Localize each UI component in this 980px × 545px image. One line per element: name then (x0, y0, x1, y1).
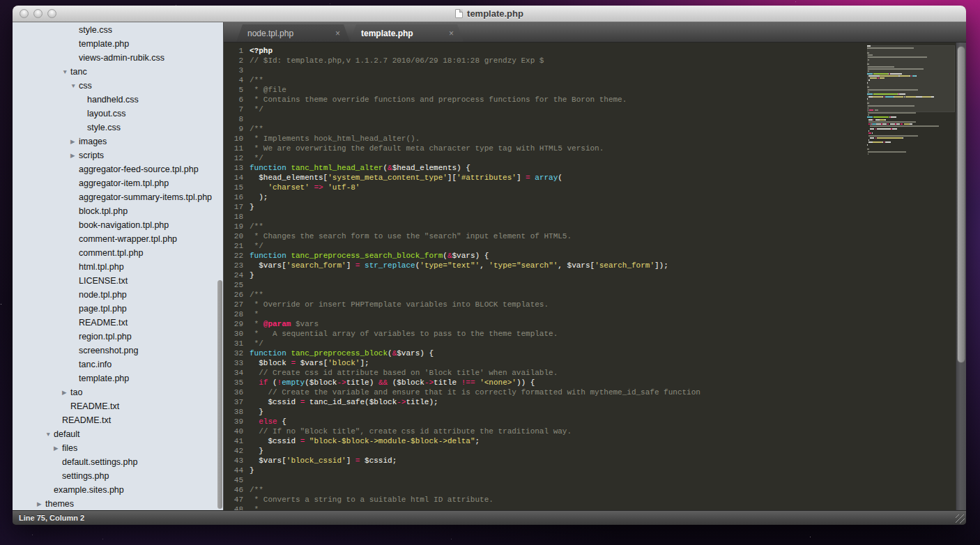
tree-item-settings.php[interactable]: settings.php (13, 469, 223, 483)
window-titlebar[interactable]: template.php (13, 6, 966, 22)
tree-item-html.tpl.php[interactable]: html.tpl.php (13, 260, 223, 274)
tree-item-block.tpl.php[interactable]: block.tpl.php (13, 204, 223, 218)
file-tree-sidebar[interactable]: style.csstemplate.phpviews-admin-rubik.c… (13, 22, 224, 510)
triangle-collapsed-icon[interactable]: ▶ (54, 445, 62, 452)
code-line[interactable]: 5 * @file (224, 85, 966, 95)
tree-item-comment-wrapper.tpl.php[interactable]: comment-wrapper.tpl.php (13, 232, 223, 246)
tree-item-aggregator-feed-source.tpl.php[interactable]: aggregator-feed-source.tpl.php (13, 162, 223, 176)
code-line[interactable]: 25 (224, 280, 966, 290)
code-line[interactable]: 39 else { (224, 417, 966, 427)
code-line[interactable]: 24} (224, 270, 966, 280)
code-line[interactable]: 9/** (224, 124, 966, 134)
tree-item-readme.txt[interactable]: README.txt (13, 413, 223, 427)
tree-item-views-admin-rubik.css[interactable]: views-admin-rubik.css (13, 51, 223, 65)
tree-item-license.txt[interactable]: LICENSE.txt (13, 274, 223, 288)
code-line[interactable]: 4/** (224, 75, 966, 85)
code-line[interactable]: 14 $head_elements['system_meta_content_t… (224, 173, 966, 183)
code-line[interactable]: 10 * Implements hook_html_head_alter(). (224, 134, 966, 144)
code-line[interactable]: 36 // Create the variable and ensure tha… (224, 387, 966, 397)
tree-item-comment.tpl.php[interactable]: comment.tpl.php (13, 246, 223, 260)
code-line[interactable]: 12 */ (224, 153, 966, 163)
code-line[interactable]: 31 */ (224, 339, 966, 348)
code-line[interactable]: 22function tanc_preprocess_search_block_… (224, 251, 966, 261)
code-line[interactable]: 38 } (224, 407, 966, 417)
resize-grip[interactable] (956, 514, 965, 523)
tab-close-icon[interactable]: × (446, 29, 457, 38)
code-line[interactable]: 20 * Changes the search form to use the … (224, 231, 966, 241)
code-line[interactable]: 40 // If no "Block title", create css id… (224, 427, 966, 436)
tree-item-aggregator-summary-items.tpl.php[interactable]: aggregator-summary-items.tpl.php (13, 190, 223, 204)
triangle-collapsed-icon[interactable]: ▶ (70, 152, 79, 159)
code-line[interactable]: 17} (224, 202, 966, 212)
code-line[interactable]: 33 $block = $vars['block']; (224, 358, 966, 368)
code-line[interactable]: 37 $cssid = tanc_id_safe($block->title); (224, 397, 966, 407)
tree-item-readme.txt[interactable]: README.txt (13, 399, 223, 413)
triangle-expanded-icon[interactable]: ▼ (62, 68, 70, 75)
tab-template.php[interactable]: template.php× (350, 24, 464, 42)
code-line[interactable]: 23 $vars['search_form'] = str_replace('t… (224, 261, 966, 270)
code-line[interactable]: 46/** (224, 485, 966, 495)
code-line[interactable]: 16 ); (224, 192, 966, 202)
tree-item-layout.css[interactable]: layout.css (13, 107, 223, 121)
code-line[interactable]: 48 * (224, 505, 966, 510)
code-line[interactable]: 28 * (224, 309, 966, 319)
code-line[interactable]: 1<?php (224, 46, 966, 56)
code-line[interactable]: 32function tanc_preprocess_block(&$vars)… (224, 348, 966, 358)
tree-item-scripts[interactable]: ▶scripts (13, 148, 223, 162)
tree-item-node.tpl.php[interactable]: node.tpl.php (13, 288, 223, 302)
code-line[interactable]: 3 (224, 66, 966, 75)
tree-item-page.tpl.php[interactable]: page.tpl.php (13, 302, 223, 316)
triangle-expanded-icon[interactable]: ▼ (45, 431, 54, 438)
tree-item-screenshot.png[interactable]: screenshot.png (13, 344, 223, 358)
code-line[interactable]: 35 if (!empty($block->title) && ($block-… (224, 378, 966, 387)
sidebar-scrollbar-thumb[interactable] (217, 280, 222, 509)
triangle-collapsed-icon[interactable]: ▶ (37, 500, 45, 507)
tab-close-icon[interactable]: × (332, 29, 343, 38)
tree-item-style.css[interactable]: style.css (13, 121, 223, 135)
code-line[interactable]: 8 (224, 114, 966, 124)
tree-item-themes[interactable]: ▶themes (13, 497, 223, 510)
code-line[interactable]: 15 'charset' => 'utf-8' (224, 183, 966, 192)
tree-item-default.settings.php[interactable]: default.settings.php (13, 455, 223, 469)
code-line[interactable]: 2// $Id: template.php,v 1.1.2.7 2010/06/… (224, 56, 966, 66)
code-line[interactable]: 29 * @param $vars (224, 319, 966, 329)
tree-item-book-navigation.tpl.php[interactable]: book-navigation.tpl.php (13, 218, 223, 232)
triangle-expanded-icon[interactable]: ▼ (70, 82, 79, 89)
code-line[interactable]: 27 * Override or insert PHPTemplate vari… (224, 300, 966, 309)
code-line[interactable]: 30 * A sequential array of variables to … (224, 329, 966, 339)
tab-node.tpl.php[interactable]: node.tpl.php× (236, 24, 350, 42)
tree-item-aggregator-item.tpl.php[interactable]: aggregator-item.tpl.php (13, 176, 223, 190)
code-line[interactable]: 34 // Create css id attribute based on '… (224, 368, 966, 378)
code-line[interactable]: 42 } (224, 446, 966, 456)
code-line[interactable]: 26/** (224, 290, 966, 300)
tree-item-example.sites.php[interactable]: example.sites.php (13, 483, 223, 497)
tree-item-tanc[interactable]: ▼tanc (13, 65, 223, 79)
code-line[interactable]: 47 * Converts a string to a suitable htm… (224, 495, 966, 505)
code-line[interactable]: 43 $vars['block_cssid'] = $cssid; (224, 456, 966, 466)
editor-scrollbar-track[interactable] (956, 43, 966, 510)
tree-item-handheld.css[interactable]: handheld.css (13, 93, 223, 107)
minimap-viewport-indicator[interactable] (867, 45, 955, 112)
editor-scrollbar-thumb[interactable] (957, 46, 965, 363)
code-line[interactable]: 19/** (224, 222, 966, 231)
code-line[interactable]: 11 * We are overwriting the default meta… (224, 144, 966, 153)
code-line[interactable]: 45 (224, 475, 966, 485)
code-line[interactable]: 18 (224, 212, 966, 222)
code-line[interactable]: 21 */ (224, 241, 966, 251)
code-line[interactable]: 13function tanc_html_head_alter(&$head_e… (224, 163, 966, 173)
code-area[interactable]: 1<?php2// $Id: template.php,v 1.1.2.7 20… (224, 43, 966, 510)
tree-item-files[interactable]: ▶files (13, 441, 223, 455)
tree-item-css[interactable]: ▼css (13, 79, 223, 93)
tree-item-images[interactable]: ▶images (13, 135, 223, 148)
tree-item-tanc.info[interactable]: tanc.info (13, 358, 223, 371)
tree-item-template.php[interactable]: template.php (13, 371, 223, 385)
code-line[interactable]: 7 */ (224, 105, 966, 114)
code-line[interactable]: 44} (224, 466, 966, 475)
code-line[interactable]: 6 * Contains theme override functions an… (224, 95, 966, 105)
triangle-collapsed-icon[interactable]: ▶ (62, 389, 70, 396)
code-line[interactable]: 41 $cssid = "block-$block->module-$block… (224, 436, 966, 446)
tree-item-default[interactable]: ▼default (13, 427, 223, 441)
tree-item-readme.txt[interactable]: README.txt (13, 316, 223, 330)
triangle-collapsed-icon[interactable]: ▶ (70, 138, 79, 145)
tree-item-tao[interactable]: ▶tao (13, 385, 223, 399)
